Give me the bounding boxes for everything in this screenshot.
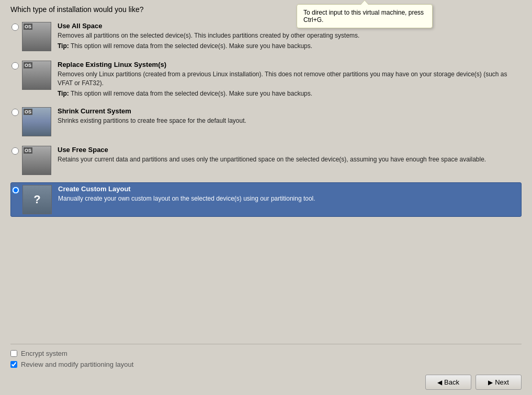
option-use-free-space[interactable]: OS Use Free Space Retains your current d… <box>10 144 522 177</box>
option-text-create-custom: Create Custom Layout Manually create you… <box>58 185 520 205</box>
option-desc-replace-linux: Removes only Linux partitions (created f… <box>58 70 520 88</box>
option-desc-create-custom: Manually create your own custom layout o… <box>58 194 520 203</box>
tip-text-2: This option will remove data from the se… <box>71 90 312 97</box>
icon-create-custom: ? <box>22 185 52 214</box>
question-icon: ? <box>23 185 51 214</box>
button-row: ◀ Back ▶ Next <box>10 375 522 390</box>
tip-label-1: Tip: <box>58 42 69 50</box>
icon-use-all-space: OS <box>22 22 51 51</box>
option-title-create-custom: Create Custom Layout <box>58 185 520 193</box>
encrypt-system-label: Encrypt system <box>21 350 67 357</box>
next-button[interactable]: ▶ Next <box>476 375 522 390</box>
tip-label-2: Tip: <box>58 90 69 97</box>
radio-col-shrink-current[interactable] <box>12 109 19 118</box>
option-text-replace-linux: Replace Existing Linux System(s) Removes… <box>58 61 520 98</box>
tooltip-text: To direct input to this virtual machine,… <box>303 9 424 24</box>
option-desc-use-free-space: Retains your current data and partitions… <box>58 155 520 164</box>
icon-shrink-current: OS <box>22 107 51 136</box>
option-shrink-current[interactable]: OS Shrink Current System Shrinks existin… <box>10 105 522 138</box>
shrink-icon: OS <box>22 108 51 136</box>
radio-replace-linux[interactable] <box>12 62 19 69</box>
tip-replace-linux: Tip: This option will remove data from t… <box>58 89 520 98</box>
disk-icon-use-free-space: OS <box>22 146 51 175</box>
next-icon: ▶ <box>488 379 493 386</box>
checkbox-row-encrypt: Encrypt system <box>10 350 522 357</box>
back-button[interactable]: ◀ Back <box>425 375 471 390</box>
disk-icon-replace-linux: OS <box>22 61 51 89</box>
os-label-1: OS <box>24 24 32 30</box>
option-desc-shrink-current: Shrinks existing partitions to create fr… <box>58 117 520 125</box>
radio-use-free-space[interactable] <box>12 147 19 155</box>
options-area: OS Use All Space Removes all partitions … <box>10 20 522 342</box>
tip-text-1: This option will remove data from the se… <box>71 42 312 50</box>
radio-use-all-space[interactable] <box>12 24 19 31</box>
icon-replace-linux: OS <box>22 61 51 90</box>
os-label-4: OS <box>24 147 32 154</box>
back-label: Back <box>444 378 459 386</box>
tooltip-box: To direct input to this virtual machine,… <box>297 4 433 28</box>
option-text-shrink-current: Shrink Current System Shrinks existing p… <box>58 107 520 127</box>
page-title: Which type of installation would you lik… <box>10 5 522 14</box>
radio-create-custom[interactable] <box>12 187 19 194</box>
radio-col-use-free-space[interactable] <box>12 147 19 156</box>
os-label-3: OS <box>24 109 32 115</box>
radio-col-use-all-space[interactable] <box>12 24 19 32</box>
icon-use-free-space: OS <box>22 146 51 175</box>
checkboxes-area: Encrypt system Review and modify partiti… <box>10 350 522 368</box>
radio-shrink-current[interactable] <box>12 109 19 116</box>
back-icon: ◀ <box>437 379 442 386</box>
option-text-use-all-space: Use All Space Removes all partitions on … <box>58 22 520 51</box>
option-desc-use-all-space: Removes all partitions on the selected d… <box>58 31 520 40</box>
disk-icon-use-all-space: OS <box>22 22 51 51</box>
option-text-use-free-space: Use Free Space Retains your current data… <box>58 146 520 166</box>
os-label-2: OS <box>24 62 32 68</box>
option-title-use-all-space: Use All Space <box>58 22 520 30</box>
option-replace-linux[interactable]: OS Replace Existing Linux System(s) Remo… <box>10 59 522 100</box>
next-label: Next <box>495 378 509 386</box>
bottom-area: Encrypt system Review and modify partiti… <box>10 344 522 390</box>
option-title-replace-linux: Replace Existing Linux System(s) <box>58 61 520 68</box>
option-use-all-space[interactable]: OS Use All Space Removes all partitions … <box>10 20 522 53</box>
review-partitioning-label: Review and modify partitioning layout <box>21 361 133 368</box>
tip-use-all-space: Tip: This option will remove data from t… <box>58 42 520 51</box>
main-container: Which type of installation would you lik… <box>0 0 532 395</box>
review-partitioning-checkbox[interactable] <box>10 361 17 368</box>
radio-col-create-custom[interactable] <box>12 187 19 195</box>
radio-col-replace-linux[interactable] <box>12 62 19 71</box>
encrypt-system-checkbox[interactable] <box>10 350 17 357</box>
checkbox-row-review: Review and modify partitioning layout <box>10 361 522 368</box>
option-title-shrink-current: Shrink Current System <box>58 107 520 115</box>
option-title-use-free-space: Use Free Space <box>58 146 520 154</box>
option-create-custom[interactable]: ? Create Custom Layout Manually create y… <box>10 182 522 217</box>
